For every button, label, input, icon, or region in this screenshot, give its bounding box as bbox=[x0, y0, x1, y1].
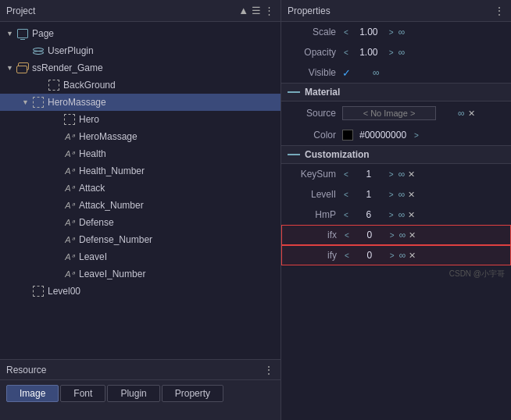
arrow-heromassage[interactable] bbox=[22, 98, 31, 106]
tree-item-attack[interactable]: Aᵃ Attack bbox=[0, 180, 281, 197]
tab-property[interactable]: Property bbox=[162, 385, 223, 402]
hmp-label: HmP bbox=[288, 209, 342, 220]
keysum-value: 1 bbox=[353, 169, 384, 180]
ifx-decrease[interactable]: < bbox=[343, 231, 351, 240]
left-panel: Project ▲ ☰ ⋮ Page bbox=[0, 0, 281, 420]
ifx-increase[interactable]: > bbox=[388, 231, 396, 240]
db-icon bbox=[31, 44, 45, 57]
layers-icon bbox=[16, 62, 30, 74]
ify-value: 0 bbox=[354, 250, 385, 261]
watermark: CSDN @小宇哥 bbox=[281, 265, 511, 283]
keysum-infinity: ∞ bbox=[398, 169, 406, 180]
resource-tabs: Image Font Plugin Property bbox=[0, 380, 281, 407]
opacity-value: 1.00 bbox=[353, 47, 384, 58]
opacity-decrease[interactable]: < bbox=[342, 48, 350, 57]
resource-header: Resource ⋮ bbox=[0, 360, 281, 380]
arrow-ssrender[interactable] bbox=[6, 64, 16, 72]
text-icon-health: Aᵃ bbox=[63, 148, 77, 160]
resource-panel: Resource ⋮ Image Font Plugin Property bbox=[0, 359, 281, 420]
keysum-increase[interactable]: > bbox=[388, 170, 395, 179]
scale-controls: < 1.00 > ∞ bbox=[342, 27, 405, 37]
prop-row-color: Color #00000000 > bbox=[281, 125, 511, 145]
levelI-decrease[interactable]: < bbox=[342, 190, 350, 199]
tab-image[interactable]: Image bbox=[6, 385, 59, 402]
tree-item-page[interactable]: Page bbox=[0, 25, 281, 42]
visible-check[interactable]: ✓ bbox=[342, 67, 351, 79]
section-line bbox=[288, 91, 300, 93]
ifx-label: ifx bbox=[288, 230, 343, 240]
ify-decrease[interactable]: < bbox=[343, 251, 351, 260]
arrow-page[interactable] bbox=[6, 30, 16, 37]
keysum-clear[interactable]: ✕ bbox=[408, 169, 415, 180]
hmp-increase[interactable]: > bbox=[388, 211, 395, 219]
keysum-decrease[interactable]: < bbox=[342, 170, 350, 179]
scale-label: Scale bbox=[288, 27, 342, 37]
prop-row-keysum: KeySum < 1 > ∞ ✕ bbox=[281, 164, 511, 184]
color-expand[interactable]: > bbox=[413, 131, 420, 140]
tree-item-heromassage2[interactable]: Aᵃ HeroMassage bbox=[0, 128, 281, 145]
tree-item-health[interactable]: Aᵃ Health bbox=[0, 145, 281, 162]
levelI-label: LevelI bbox=[288, 189, 342, 200]
color-value: #00000000 bbox=[359, 130, 406, 141]
ifx-value: 0 bbox=[354, 230, 385, 240]
source-infinity: ∞ bbox=[458, 108, 465, 119]
text-icon-leaverl: Aᵃ bbox=[63, 251, 77, 263]
tree-item-hero[interactable]: Hero bbox=[0, 111, 281, 128]
more-icon[interactable]: ⋮ bbox=[264, 5, 274, 16]
tree-item-ssrender[interactable]: ssRender_Game bbox=[0, 59, 281, 77]
tree-item-defense[interactable]: Aᵃ Defense bbox=[0, 214, 281, 231]
tree-label: Health bbox=[79, 148, 106, 159]
ifx-clear[interactable]: ✕ bbox=[409, 230, 416, 240]
tree-item-defense-number[interactable]: Aᵃ Defense_Number bbox=[0, 231, 281, 248]
tree-item-attack-number[interactable]: Aᵃ Attack_Number bbox=[0, 197, 281, 214]
prop-row-ifx: ifx < 0 > ∞ ✕ bbox=[281, 225, 511, 245]
tree-item-leaverl[interactable]: Aᵃ LeaveI bbox=[0, 248, 281, 265]
sort-icon[interactable]: ▲ bbox=[238, 5, 248, 16]
tree-item-leaverl-number[interactable]: Aᵃ LeaveI_Number bbox=[0, 265, 281, 283]
levelI-increase[interactable]: > bbox=[388, 190, 395, 199]
resource-more-icon[interactable]: ⋮ bbox=[263, 364, 274, 376]
tree-item-health-number[interactable]: Aᵃ Health_Number bbox=[0, 162, 281, 180]
tree-item-background[interactable]: BackGround bbox=[0, 77, 281, 94]
material-title: Material bbox=[305, 87, 340, 98]
tree-label: Defense_Number bbox=[79, 234, 152, 245]
levelI-value: 1 bbox=[353, 189, 384, 200]
source-clear[interactable]: ✕ bbox=[468, 109, 475, 119]
opacity-increase[interactable]: > bbox=[388, 48, 395, 57]
levelI-controls: < 1 > ∞ ✕ bbox=[342, 189, 415, 200]
tree-label: Attack_Number bbox=[79, 200, 144, 211]
list-icon[interactable]: ☰ bbox=[252, 5, 261, 16]
ify-label: ify bbox=[288, 250, 343, 261]
text-icon-attack: Aᵃ bbox=[63, 182, 77, 194]
color-swatch[interactable] bbox=[342, 130, 353, 141]
dashed-icon-heromassage bbox=[31, 96, 45, 109]
tree-item-userplugin[interactable]: UserPlugin bbox=[0, 42, 281, 59]
properties-more-icon[interactable]: ⋮ bbox=[494, 5, 505, 17]
no-image-text: < No Image > bbox=[363, 109, 416, 118]
keysum-controls: < 1 > ∞ ✕ bbox=[342, 169, 415, 180]
ify-increase[interactable]: > bbox=[388, 251, 396, 260]
tree-label: LeaveI_Number bbox=[79, 269, 145, 279]
scale-decrease[interactable]: < bbox=[342, 28, 350, 37]
hmp-decrease[interactable]: < bbox=[342, 211, 350, 219]
tree-label: BackGround bbox=[63, 80, 116, 91]
project-panel-header: Project ▲ ☰ ⋮ bbox=[0, 0, 281, 22]
resource-title: Resource bbox=[6, 365, 46, 376]
prop-row-ify: ify < 0 > ∞ ✕ bbox=[281, 245, 511, 265]
scale-increase[interactable]: > bbox=[388, 28, 395, 37]
ify-clear[interactable]: ✕ bbox=[409, 251, 416, 261]
tree-item-heromassage[interactable]: HeroMassage bbox=[0, 94, 281, 111]
scale-value: 1.00 bbox=[353, 27, 384, 37]
project-tree: Page UserPlugin bbox=[0, 22, 281, 359]
levelI-clear[interactable]: ✕ bbox=[408, 190, 415, 200]
project-title: Project bbox=[6, 5, 35, 16]
tree-label: LeaveI bbox=[79, 251, 107, 262]
tab-font[interactable]: Font bbox=[60, 385, 105, 402]
prop-row-source: Source < No Image > ∞ ✕ bbox=[281, 101, 511, 125]
tree-item-level00[interactable]: Level00 bbox=[0, 283, 281, 300]
hmp-clear[interactable]: ✕ bbox=[408, 210, 415, 220]
no-image-box[interactable]: < No Image > bbox=[342, 106, 436, 120]
opacity-label: Opacity bbox=[288, 47, 342, 58]
tab-plugin[interactable]: Plugin bbox=[107, 385, 159, 402]
tree-label: ssRender_Game bbox=[32, 62, 103, 73]
